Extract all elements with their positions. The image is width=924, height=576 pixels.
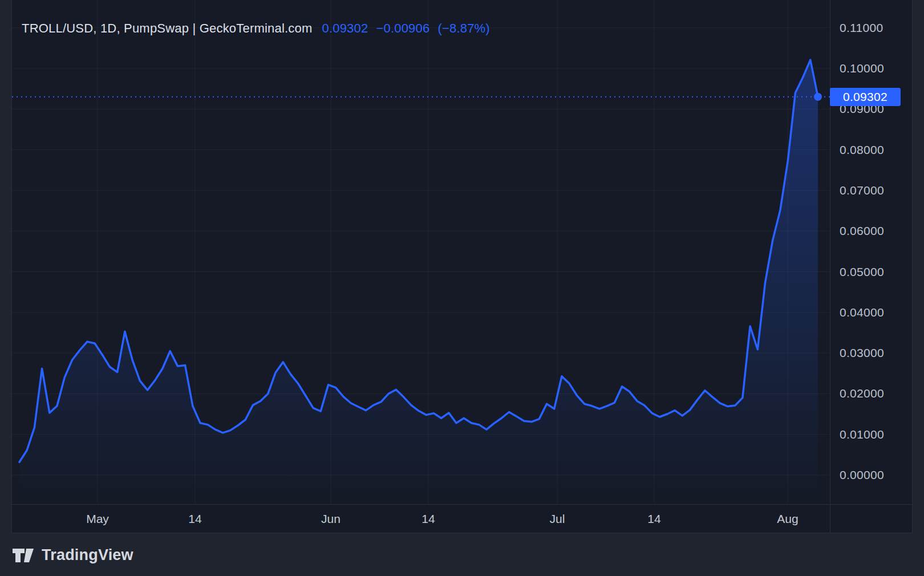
time-tick-label: Jul	[550, 512, 565, 526]
time-axis[interactable]: May14Jun14Jul14Aug	[12, 505, 913, 533]
legend-change-abs: −0.00906	[376, 21, 429, 36]
time-tick-label: 14	[422, 512, 435, 526]
price-tick-label: 0.11000	[840, 21, 883, 35]
time-tick-label: Jun	[321, 512, 341, 526]
price-axis[interactable]: 0.09302 0.110000.100000.090000.080000.07…	[830, 0, 913, 504]
price-line-chart	[12, 0, 830, 504]
time-tick-label: Aug	[777, 512, 798, 526]
price-tick-label: 0.08000	[840, 143, 884, 157]
price-change-group: 0.09302 −0.00906 (−8.87%)	[322, 21, 489, 36]
price-tick-label: 0.00000	[840, 468, 884, 482]
tradingview-logo-icon	[13, 548, 34, 563]
last-price-badge: 0.09302	[830, 88, 901, 106]
last-point-marker	[814, 93, 822, 101]
price-tick-label: 0.01000	[840, 428, 884, 441]
legend-change-pct: (−8.87%)	[437, 21, 489, 36]
price-tick-label: 0.06000	[840, 224, 884, 238]
symbol-title[interactable]: TROLL/USD, 1D, PumpSwap | GeckoTerminal.…	[22, 21, 312, 36]
price-tick-label: 0.04000	[840, 306, 884, 319]
price-tick-label: 0.05000	[840, 265, 884, 279]
time-tick-label: May	[86, 512, 109, 526]
page: TROLL/USD, 1D, PumpSwap | GeckoTerminal.…	[0, 0, 924, 576]
chart-pane[interactable]	[12, 0, 830, 504]
time-tick-label: 14	[188, 512, 201, 526]
legend-last-price: 0.09302	[322, 21, 368, 36]
price-tick-label: 0.07000	[840, 184, 884, 197]
price-tick-label: 0.10000	[840, 62, 884, 75]
time-tick-label: 14	[647, 512, 660, 526]
chart-widget: TROLL/USD, 1D, PumpSwap | GeckoTerminal.…	[11, 0, 913, 533]
price-tick-label: 0.03000	[840, 346, 884, 360]
tradingview-attribution[interactable]: TradingView	[13, 546, 133, 564]
chart-legend: TROLL/USD, 1D, PumpSwap | GeckoTerminal.…	[22, 21, 490, 36]
price-tick-label: 0.02000	[840, 387, 884, 400]
price-area-fill	[19, 60, 818, 504]
tradingview-logo-text: TradingView	[42, 546, 133, 564]
